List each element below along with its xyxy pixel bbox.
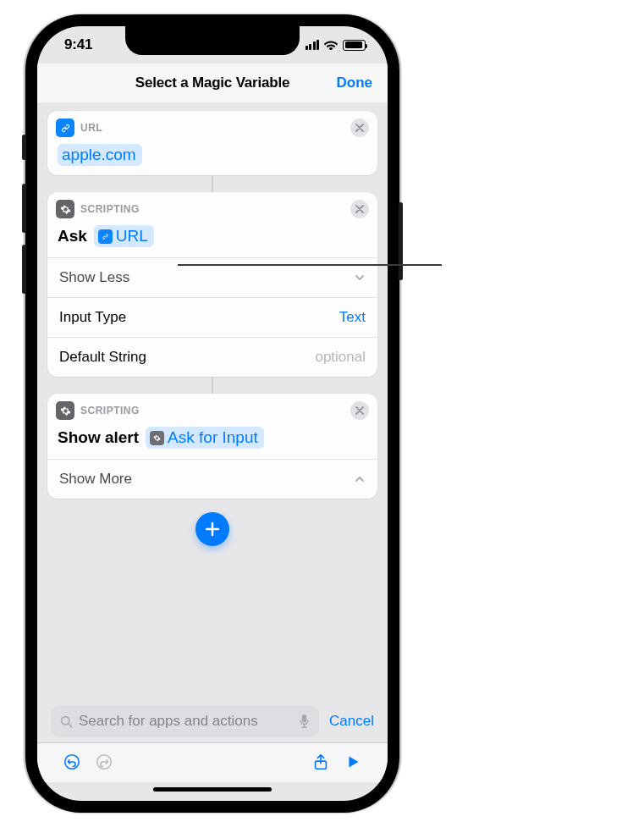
undo-button[interactable] [56,748,88,775]
close-icon[interactable] [350,401,369,420]
card-category: SCRIPTING [80,203,140,215]
input-type-value: Text [339,309,366,326]
chevron-down-icon [354,272,366,284]
default-string-label: Default String [59,349,146,366]
svg-rect-1 [302,714,306,723]
input-type-row[interactable]: Input Type Text [47,297,377,337]
show-more-row[interactable]: Show More [47,459,377,499]
show-less-label: Show Less [59,269,129,286]
gear-icon [56,200,74,218]
connector [212,377,213,394]
url-value-text: apple.com [62,146,136,164]
home-indicator[interactable] [37,782,388,801]
connector [212,175,213,192]
url-value-pill[interactable]: apple.com [58,144,142,166]
run-button[interactable] [337,748,369,775]
action-name: Ask [58,227,87,245]
input-type-label: Input Type [59,309,126,326]
link-icon [98,229,113,244]
redo-button [88,748,120,775]
toolbar [37,742,388,782]
add-action-button[interactable] [195,512,229,546]
link-icon [56,119,74,137]
close-icon[interactable] [350,119,369,137]
card-category: SCRIPTING [80,405,140,416]
action-card-ask[interactable]: SCRIPTING Ask URL Show Less [47,192,377,377]
action-card-url[interactable]: URL apple.com [47,111,377,175]
callout-leader-line [178,264,442,266]
card-category: URL [80,122,102,134]
search-input[interactable]: Search for apps and actions [51,705,319,737]
battery-icon [343,40,366,51]
cancel-button[interactable]: Cancel [329,713,374,730]
dictate-icon[interactable] [298,714,311,729]
variable-text: URL [116,227,148,245]
show-more-label: Show More [59,471,132,488]
chevron-up-icon [354,473,366,485]
wifi-icon [323,40,339,51]
close-icon[interactable] [350,200,369,218]
variable-pill-url[interactable]: URL [94,225,154,247]
default-string-placeholder: optional [315,349,366,366]
page-title: Select a Magic Variable [135,74,290,91]
cellular-signal-icon [305,40,320,51]
variable-text: Ask for Input [168,428,258,447]
action-name: Show alert [58,428,139,447]
share-button[interactable] [305,748,337,775]
search-placeholder: Search for apps and actions [79,713,293,730]
nav-header: Select a Magic Variable Done [37,63,388,102]
done-button[interactable]: Done [337,74,373,91]
action-card-show-alert[interactable]: SCRIPTING Show alert Ask for Input [47,394,377,499]
default-string-row[interactable]: Default String optional [47,337,377,377]
gear-icon [150,431,164,445]
status-time: 9:41 [64,36,92,53]
variable-pill-ask-for-input[interactable]: Ask for Input [146,427,264,449]
notch [125,26,300,55]
gear-icon [56,401,74,420]
search-icon [59,714,74,729]
